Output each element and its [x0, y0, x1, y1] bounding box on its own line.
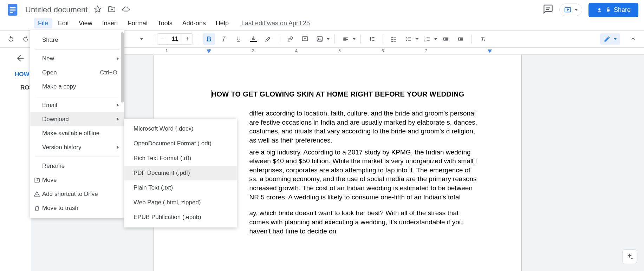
move-folder-icon[interactable]	[108, 5, 116, 14]
menu-file[interactable]: File	[34, 18, 52, 28]
highlight-icon[interactable]	[262, 33, 274, 45]
outline-item-2[interactable]: ROS	[20, 84, 28, 91]
menu-item-move[interactable]: Move	[30, 173, 124, 187]
cloud-status-icon[interactable]	[122, 5, 130, 14]
menu-tools[interactable]: Tools	[154, 18, 177, 28]
menu-label: Download	[42, 116, 69, 123]
menu-label: Email	[42, 102, 57, 109]
submenu-item-docx[interactable]: Microsoft Word (.docx)	[124, 121, 237, 136]
ruler-right-marker[interactable]	[488, 49, 492, 53]
submenu-item-odt[interactable]: OpenDocument Format (.odt)	[124, 136, 237, 151]
checklist-group[interactable]	[388, 33, 400, 45]
submenu-caret-icon	[117, 57, 119, 60]
redo-icon[interactable]	[20, 33, 32, 45]
font-size-decrease[interactable]: −	[157, 34, 168, 44]
title-icon-group	[94, 5, 130, 14]
menu-item-version-history[interactable]: Version history	[30, 140, 124, 154]
menu-insert[interactable]: Insert	[98, 18, 122, 28]
menu-label: Move to trash	[42, 205, 78, 212]
menu-edit[interactable]: Edit	[54, 18, 73, 28]
shortcut-label: Ctrl+O	[100, 69, 117, 76]
menu-format[interactable]: Format	[124, 18, 152, 28]
text-color-icon[interactable]	[247, 33, 259, 45]
svg-rect-0	[8, 4, 18, 15]
menu-item-email[interactable]: Email	[30, 98, 124, 112]
font-size-increase[interactable]: +	[182, 34, 193, 44]
align-icon	[340, 33, 352, 45]
svg-rect-6	[607, 9, 610, 12]
menu-item-trash[interactable]: Move to trash	[30, 201, 124, 215]
submenu-item-pdf[interactable]: PDF Document (.pdf)	[124, 166, 237, 180]
comment-history-icon[interactable]	[543, 4, 553, 15]
menu-item-share[interactable]: Share	[30, 33, 124, 47]
chevron-down-icon	[416, 38, 418, 40]
trash-icon	[34, 205, 40, 211]
menu-help[interactable]: Help	[212, 18, 233, 28]
line-spacing-group[interactable]	[366, 33, 378, 45]
menu-item-open[interactable]: OpenCtrl+O	[30, 66, 124, 80]
separator	[198, 34, 198, 44]
drive-shortcut-icon	[34, 191, 40, 197]
menu-label: Move	[42, 177, 57, 184]
font-size-group: − +	[157, 33, 193, 45]
menu-item-add-shortcut[interactable]: Add shortcut to Drive	[30, 187, 124, 201]
document-paragraph: are a big industry. According to a 2017 …	[197, 148, 479, 202]
menu-item-rename[interactable]: Rename	[30, 159, 124, 173]
document-title[interactable]: Untitled document	[25, 5, 87, 14]
docs-logo-icon[interactable]	[6, 0, 20, 20]
submenu-item-html[interactable]: Web Page (.html, zipped)	[124, 195, 237, 210]
clear-formatting-icon[interactable]	[477, 33, 489, 45]
checklist-icon	[388, 33, 400, 45]
menu-item-new[interactable]: New	[30, 52, 124, 66]
ruler-num: 2	[209, 48, 211, 53]
left-gutter	[0, 48, 7, 271]
menu-item-offline[interactable]: Make available offline	[30, 126, 124, 140]
align-group[interactable]	[340, 33, 356, 45]
explore-button[interactable]	[622, 249, 637, 264]
svg-point-12	[406, 40, 407, 41]
svg-rect-1	[10, 7, 16, 8]
numbered-list-group[interactable]: 123	[421, 33, 437, 45]
separator	[35, 96, 119, 96]
submenu-item-txt[interactable]: Plain Text (.txt)	[124, 180, 237, 195]
separator	[334, 34, 335, 44]
submenu-item-epub[interactable]: EPUB Publication (.epub)	[124, 210, 237, 225]
underline-icon[interactable]	[233, 33, 245, 45]
bullet-list-group[interactable]	[403, 33, 418, 45]
close-outline-icon[interactable]	[15, 53, 26, 64]
numbered-list-icon: 123	[421, 33, 433, 45]
chevron-down-icon	[140, 38, 143, 40]
ruler-num: 1	[165, 48, 168, 53]
insert-image-group[interactable]	[314, 33, 330, 45]
outline-item-1[interactable]: HOW	[11, 71, 28, 78]
indent-increase-icon[interactable]	[455, 33, 467, 45]
add-comment-icon[interactable]	[299, 33, 311, 45]
separator	[471, 34, 472, 44]
editing-mode-button[interactable]	[600, 33, 620, 45]
menu-item-make-copy[interactable]: Make a copy	[30, 80, 124, 94]
italic-icon[interactable]	[218, 33, 230, 45]
svg-point-10	[406, 37, 407, 38]
document-paragraph: ay, which bride doesn't want to look her…	[197, 209, 479, 236]
insert-link-icon[interactable]	[284, 33, 296, 45]
document-heading: HOW TO GET GLOWING SKIN AT HOME RIGHT BE…	[197, 90, 479, 98]
menu-item-download[interactable]: Download	[30, 112, 124, 126]
menu-view[interactable]: View	[74, 18, 97, 28]
menu-addons[interactable]: Add-ons	[178, 18, 210, 28]
present-button[interactable]	[559, 4, 582, 16]
svg-rect-2	[10, 9, 16, 10]
star-icon[interactable]	[94, 5, 102, 14]
submenu-caret-icon	[117, 146, 119, 149]
font-size-input[interactable]	[168, 34, 182, 44]
share-button[interactable]: Share	[588, 3, 638, 17]
separator	[360, 34, 361, 44]
separator	[279, 34, 279, 44]
last-edit-link[interactable]: Last edit was on April 25	[241, 20, 310, 27]
hide-menus-icon[interactable]	[627, 33, 639, 45]
submenu-caret-icon	[117, 118, 119, 121]
indent-decrease-icon[interactable]	[440, 33, 452, 45]
undo-icon[interactable]	[5, 33, 17, 45]
title-right-group: Share	[543, 3, 638, 17]
submenu-item-rtf[interactable]: Rich Text Format (.rtf)	[124, 151, 237, 166]
bold-icon[interactable]	[203, 33, 215, 45]
